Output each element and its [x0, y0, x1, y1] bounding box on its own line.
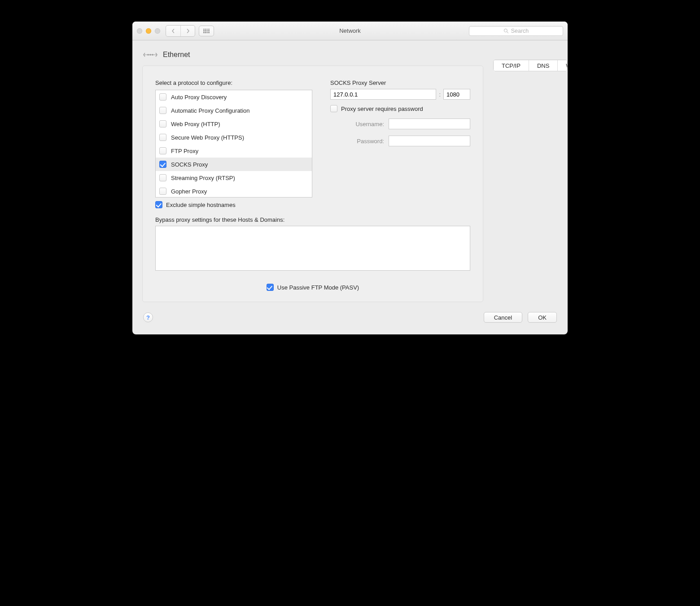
server-host-input[interactable]	[330, 89, 436, 100]
ok-button[interactable]: OK	[528, 312, 557, 323]
protocol-row-rtsp[interactable]: Streaming Proxy (RTSP)	[156, 171, 312, 184]
bypass-label: Bypass proxy settings for these Hosts & …	[155, 216, 470, 223]
server-port-input[interactable]	[443, 89, 470, 100]
ethernet-icon	[143, 48, 158, 62]
svg-line-1	[507, 31, 508, 33]
protocol-label: Secure Web Proxy (HTTPS)	[171, 134, 244, 141]
password-label: Password:	[330, 138, 384, 145]
checkbox-icon[interactable]	[267, 284, 274, 291]
tabs-wrap: Select a protocol to configure: Auto Pro…	[132, 66, 568, 298]
nav-segmented	[166, 25, 195, 37]
tab-dns[interactable]: DNS	[529, 60, 557, 71]
protocol-label: Web Proxy (HTTP)	[171, 121, 220, 127]
search-input[interactable]: Search	[469, 26, 563, 36]
tab-wins[interactable]: WINS	[557, 60, 568, 71]
search-icon	[503, 28, 509, 34]
protocol-row-auto-discovery[interactable]: Auto Proxy Discovery	[156, 90, 312, 104]
protocol-label: Streaming Proxy (RTSP)	[171, 175, 235, 181]
help-button[interactable]: ?	[143, 312, 153, 322]
exclude-simple-hostnames-row[interactable]: Exclude simple hostnames	[155, 201, 312, 208]
protocol-row-ftp[interactable]: FTP Proxy	[156, 144, 312, 158]
checkbox-icon[interactable]	[159, 120, 166, 127]
protocol-label: Auto Proxy Discovery	[171, 94, 227, 101]
protocol-prompt: Select a protocol to configure:	[155, 79, 312, 86]
protocol-row-http[interactable]: Web Proxy (HTTP)	[156, 117, 312, 131]
minimize-window-icon[interactable]	[146, 28, 151, 34]
sheet: Ethernet Select a protocol to configure:…	[132, 40, 568, 334]
nav-back-button[interactable]	[166, 26, 180, 36]
requires-password-row[interactable]: Proxy server requires password	[330, 105, 470, 112]
protocol-label: Gopher Proxy	[171, 188, 207, 195]
interface-name: Ethernet	[163, 51, 190, 59]
protocol-label: FTP Proxy	[171, 148, 198, 154]
tabs: TCP/IP DNS WINS 802.1X Proxies Hardware	[493, 60, 568, 71]
requires-password-label: Proxy server requires password	[341, 105, 423, 112]
close-window-icon[interactable]	[137, 28, 142, 34]
svg-point-3	[149, 54, 151, 56]
checkbox-icon[interactable]	[159, 93, 166, 101]
show-all-button[interactable]	[199, 26, 214, 36]
tab-tcpip[interactable]: TCP/IP	[494, 60, 529, 71]
chevron-left-icon	[171, 29, 175, 33]
cancel-button[interactable]: Cancel	[484, 312, 522, 323]
chevron-right-icon	[186, 29, 190, 33]
protocol-label: Automatic Proxy Configuration	[171, 107, 250, 114]
preferences-window: Network Search Ethernet Select a protoco…	[132, 22, 568, 334]
footer: ? Cancel OK	[132, 303, 568, 327]
username-label: Username:	[330, 121, 384, 127]
pasv-label: Use Passive FTP Mode (PASV)	[277, 284, 359, 291]
checkbox-icon[interactable]	[159, 147, 166, 154]
bypass-textarea[interactable]	[155, 226, 470, 271]
zoom-window-icon[interactable]	[155, 28, 160, 34]
protocol-row-auto-config[interactable]: Automatic Proxy Configuration	[156, 104, 312, 117]
checkbox-icon[interactable]	[330, 105, 337, 112]
nav-forward-button[interactable]	[180, 26, 195, 36]
checkbox-icon[interactable]	[159, 161, 166, 168]
protocol-label: SOCKS Proxy	[171, 161, 208, 168]
search-placeholder: Search	[511, 28, 529, 34]
checkbox-icon[interactable]	[159, 188, 166, 195]
tab-panel: Select a protocol to configure: Auto Pro…	[142, 66, 483, 302]
username-input[interactable]	[389, 119, 470, 129]
grid-icon	[203, 29, 210, 33]
svg-point-4	[152, 54, 153, 56]
server-header: SOCKS Proxy Server	[330, 79, 470, 86]
window-controls	[137, 28, 160, 34]
protocol-row-https[interactable]: Secure Web Proxy (HTTPS)	[156, 131, 312, 144]
password-input[interactable]	[389, 136, 470, 146]
protocol-list[interactable]: Auto Proxy Discovery Automatic Proxy Con…	[155, 90, 312, 198]
checkbox-icon[interactable]	[159, 107, 166, 114]
protocol-row-gopher[interactable]: Gopher Proxy	[156, 184, 312, 198]
pasv-row[interactable]: Use Passive FTP Mode (PASV)	[267, 284, 359, 291]
checkbox-icon[interactable]	[159, 174, 166, 181]
host-port-separator: :	[439, 91, 441, 98]
svg-point-2	[147, 54, 149, 56]
checkbox-icon[interactable]	[159, 134, 166, 141]
checkbox-icon[interactable]	[155, 201, 162, 208]
titlebar: Network Search	[132, 22, 568, 40]
exclude-simple-label: Exclude simple hostnames	[166, 202, 236, 208]
protocol-row-socks[interactable]: SOCKS Proxy	[156, 158, 312, 171]
